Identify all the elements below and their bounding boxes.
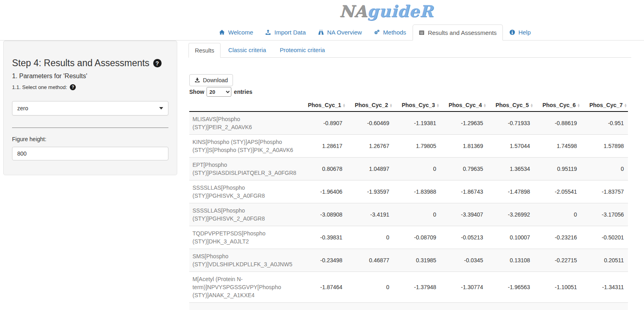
cell-value: -0.50201 <box>581 226 628 249</box>
download-icon <box>194 77 200 83</box>
cell-value: -0.8907 <box>300 111 346 135</box>
cell-value: -1.29635 <box>440 111 487 135</box>
cell-value: 1.74598 <box>534 135 581 158</box>
cell-value: 0 <box>581 158 628 180</box>
download-button[interactable]: Download <box>189 74 233 86</box>
cell-value: 0 <box>346 226 393 249</box>
sidebar-panel: Step 4: Results and Assessments 1. Param… <box>3 41 177 175</box>
cell-value: -3.4191 <box>346 203 393 226</box>
info-circle-icon <box>509 29 515 35</box>
question-circle-icon[interactable] <box>70 84 76 90</box>
cell-value: -1.19381 <box>393 111 440 135</box>
cell-value: 0.10007 <box>487 226 534 249</box>
cell-value: -2.05541 <box>534 180 581 203</box>
cell-value: 0.79635 <box>440 158 487 180</box>
logo-text-na: NA <box>339 2 367 20</box>
row-name: SSSSLLAS[Phospho (STY)]PGHISVK_2_A0FGR8 <box>189 203 300 226</box>
cell-value: -1.87464 <box>300 272 346 303</box>
step-title: Step 4: Results and Assessments <box>12 58 150 69</box>
method-select[interactable]: zero <box>12 101 168 115</box>
cell-value: -0.39831 <box>300 226 346 249</box>
cell-value: -1.96406 <box>300 180 346 203</box>
nav-tab-import-data[interactable]: Import Data <box>259 24 311 40</box>
table-row: SSSSLLAS[Phospho (STY)]PGHISVK_3_A0FGR8-… <box>189 180 628 203</box>
download-label: Download <box>203 77 228 83</box>
entries-select[interactable]: 20 <box>207 87 231 97</box>
cell-value: 0 <box>534 203 581 226</box>
sort-icon: ▲▼ <box>342 103 346 107</box>
cell-value: 0 <box>393 158 440 180</box>
cell-value: 0.95119 <box>534 158 581 180</box>
cell-value: 0.80678 <box>300 158 346 180</box>
upload-icon <box>265 29 271 35</box>
cell-value: -1.37948 <box>393 272 440 303</box>
cell-value: 0.20511 <box>581 249 628 272</box>
figure-height-input[interactable] <box>12 147 168 160</box>
cell-value: 1.79805 <box>393 135 440 158</box>
row-name: KINS[Phospho (STY)]APS[Phospho (STY)]S[P… <box>189 135 300 158</box>
cell-value: -1.93597 <box>346 180 393 203</box>
column-header-phos-cyc-1[interactable]: Phos_Cyc_1▲▼ <box>300 99 346 111</box>
cell-value: 1.28617 <box>300 135 346 158</box>
row-name: SMS[Phospho (STY)]VDLSHIPLKDPLLFK_3_A0JN… <box>189 249 300 272</box>
cell-value: -1.83757 <box>581 180 628 203</box>
column-header-phos-cyc-4[interactable]: Phos_Cyc_4▲▼ <box>440 99 487 111</box>
sort-icon: ▲▼ <box>483 103 486 107</box>
table-row: M[Acetyl (Protein N-term)]NPVYSPGSSGVPY[… <box>189 272 628 303</box>
cell-value: -3.08908 <box>300 203 346 226</box>
cell-value: 0.46877 <box>346 249 393 272</box>
table-row-partial <box>189 303 628 310</box>
cell-value: -1.30774 <box>440 272 487 303</box>
column-header-phos-cyc-7[interactable]: Phos_Cyc_7▲▼ <box>581 99 628 111</box>
nav-tab-na-overview[interactable]: NA Overview <box>312 24 368 40</box>
nav-tab-help[interactable]: Help <box>504 24 537 40</box>
tab-classic-criteria[interactable]: Classic criteria <box>222 43 272 57</box>
entries-label: entries <box>234 89 252 95</box>
table-icon <box>419 30 425 36</box>
figure-height-label: Figure height: <box>12 136 168 142</box>
tab-proteomic-criteria[interactable]: Proteomic criteria <box>274 43 331 57</box>
sort-icon: ▲▼ <box>389 103 393 107</box>
cell-value: -1.96563 <box>487 272 534 303</box>
cell-value: -0.08709 <box>393 226 440 249</box>
cell-value: -3.39407 <box>440 203 487 226</box>
method-label: 1.1. Select one method: <box>12 84 67 90</box>
cell-value: -3.26992 <box>487 203 534 226</box>
column-header-phos-cyc-5[interactable]: Phos_Cyc_5▲▼ <box>487 99 534 111</box>
table-row: SMS[Phospho (STY)]VDLSHIPLKDPLLFK_3_A0JN… <box>189 249 628 272</box>
caret-down-icon <box>159 107 163 109</box>
column-header-phos-cyc-2[interactable]: Phos_Cyc_2▲▼ <box>346 99 393 111</box>
cell-value: -0.22715 <box>534 249 581 272</box>
nav-tab-welcome[interactable]: Welcome <box>213 24 259 40</box>
method-select-value: zero <box>17 105 28 111</box>
nav-tab-methods[interactable]: Methods <box>368 24 412 40</box>
question-circle-icon[interactable] <box>153 59 162 67</box>
nav-tab-results-and-assessments[interactable]: Results and Assessments <box>413 24 503 41</box>
cell-value: 1.04897 <box>346 158 393 180</box>
main-navbar: WelcomeImport DataNA OverviewMethodsResu… <box>0 24 644 41</box>
results-tabset: ResultsClassic criteriaProteomic criteri… <box>188 43 631 58</box>
cell-value: -0.60469 <box>346 111 393 135</box>
column-header-phos-cyc-3[interactable]: Phos_Cyc_3▲▼ <box>393 99 440 111</box>
parameters-heading: 1. Parameters for 'Results' <box>12 73 168 80</box>
sort-icon: ▲▼ <box>624 103 627 107</box>
cell-value: 1.81369 <box>440 135 487 158</box>
home-icon <box>219 29 225 35</box>
cell-value: -0.23498 <box>300 249 346 272</box>
column-header-phos-cyc-6[interactable]: Phos_Cyc_6▲▼ <box>534 99 581 111</box>
show-label: Show <box>189 89 204 95</box>
app-logo: NAguideR <box>339 2 433 20</box>
sidebar-divider <box>12 128 168 128</box>
table-row: EPT[Phospho (STY)]PSIASDISLPIATQELR_3_A0… <box>189 158 628 180</box>
cell-value: 0.31985 <box>393 249 440 272</box>
row-name: TQDPVPPETPSDS[Phospho (STY)]DHK_3_A0JLT2 <box>189 226 300 249</box>
sort-icon: ▲▼ <box>436 103 439 107</box>
tab-results[interactable]: Results <box>188 43 221 58</box>
results-table: Phos_Cyc_1▲▼Phos_Cyc_2▲▼Phos_Cyc_3▲▼Phos… <box>189 99 628 310</box>
cell-value: 1.26767 <box>346 135 393 158</box>
cell-value: -0.951 <box>581 111 628 135</box>
row-name: EPT[Phospho (STY)]PSIASDISLPIATQELR_3_A0… <box>189 158 300 180</box>
cell-value: 0 <box>393 203 440 226</box>
logo-text-guider: guideR <box>367 2 433 20</box>
cell-value: -1.47898 <box>487 180 534 203</box>
